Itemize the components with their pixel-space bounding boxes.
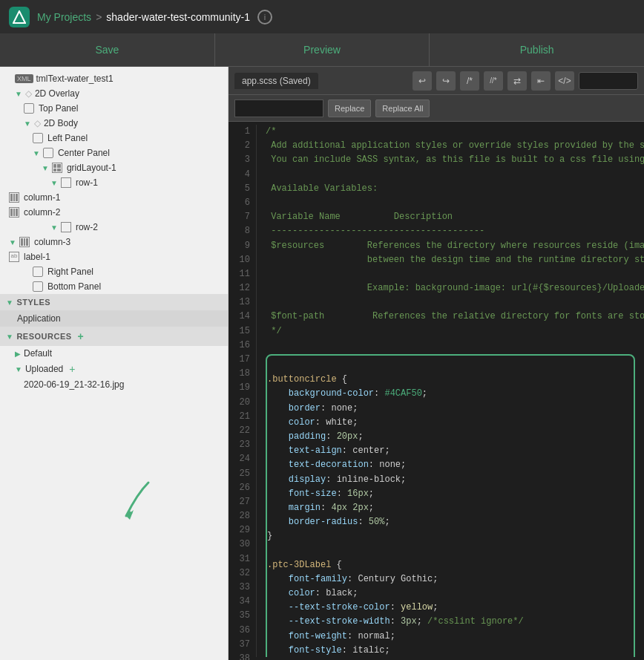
breadcrumb-separator: > — [96, 11, 102, 23]
indent-button[interactable]: ⇤ — [531, 71, 551, 91]
redo-button[interactable]: ↪ — [436, 71, 456, 91]
top-bar: My Projects > shader-water-test-communit… — [0, 0, 644, 33]
tree-item-column1[interactable]: column-1 — [0, 190, 228, 205]
chevron-down-icon — [33, 149, 40, 157]
panel-icon — [33, 133, 43, 143]
chevron-down-icon — [6, 333, 13, 341]
tab-save[interactable]: Save — [0, 33, 215, 66]
code-editor[interactable]: 12345 678910 1112131415 1617 1819202122 … — [229, 122, 644, 660]
tree-item-image[interactable]: 2020-06-19_21-32-16.jpg — [0, 377, 228, 392]
chevron-down-icon — [24, 120, 31, 128]
svg-marker-0 — [13, 11, 25, 23]
tree-item-column2[interactable]: column-2 — [0, 205, 228, 220]
chevron-down-icon — [42, 164, 49, 172]
xml-icon: XML — [15, 74, 33, 83]
line-numbers: 12345 678910 1112131415 1617 1819202122 … — [229, 125, 257, 657]
search-panel-input[interactable] — [579, 72, 638, 90]
tree-item-2d-body[interactable]: ◇ 2D Body — [0, 116, 228, 131]
tree-item-column3[interactable]: column-3 — [0, 235, 228, 249]
panel-icon — [33, 267, 43, 277]
format-button[interactable]: ⇄ — [507, 71, 527, 91]
tree-item-label1[interactable]: ab label-1 — [0, 249, 228, 264]
chevron-down-icon — [15, 90, 22, 98]
file-tab[interactable]: app.scss (Saved) — [234, 73, 318, 89]
panel-icon — [24, 103, 34, 114]
search-bar: Replace Replace All — [229, 95, 644, 122]
breadcrumb: My Projects > shader-water-test-communit… — [37, 11, 250, 23]
tree-item-center-panel[interactable]: Center Panel — [0, 146, 228, 160]
replace-button[interactable]: Replace — [328, 99, 371, 117]
tab-preview[interactable]: Preview — [215, 33, 430, 66]
panel-icon — [33, 281, 43, 292]
tree-item-right-panel[interactable]: Right Panel — [0, 264, 228, 279]
grid-icon — [52, 163, 62, 173]
left-panel: XML tmlText-water_test1 ◇ 2D Overlay Top… — [0, 67, 229, 660]
project-name: shader-water-test-community-1 — [106, 11, 250, 23]
code-button[interactable]: </> — [555, 71, 574, 91]
tree-item-bottom-panel[interactable]: Bottom Panel — [0, 279, 228, 294]
tree-item-row2[interactable]: row-2 — [0, 220, 228, 235]
tab-bar: Save Preview Publish — [0, 33, 644, 67]
logo-icon — [9, 7, 30, 27]
code-content[interactable]: /* Add additional application styles or … — [257, 125, 644, 657]
chevron-down-icon — [50, 223, 58, 232]
undo-button[interactable]: ↩ — [413, 71, 432, 91]
col-icon — [9, 207, 19, 218]
col-icon — [9, 192, 19, 203]
line-comment-button[interactable]: //* — [484, 71, 503, 91]
tree-item-gridlayout[interactable]: gridLayout-1 — [0, 160, 228, 175]
tree-item-default[interactable]: Default — [0, 346, 228, 361]
application-item[interactable]: Application — [0, 310, 228, 327]
chevron-down-icon — [6, 298, 13, 307]
chevron-down-icon — [50, 179, 58, 187]
tree-item-2d-overlay[interactable]: ◇ 2D Overlay — [0, 86, 228, 101]
main-layout: XML tmlText-water_test1 ◇ 2D Overlay Top… — [0, 67, 644, 660]
styles-section-header[interactable]: STYLES — [0, 294, 228, 310]
resources-section-header[interactable]: RESOURCES + — [0, 327, 228, 346]
tree-item-row1[interactable]: row-1 — [0, 175, 228, 190]
add-resource-icon[interactable]: + — [78, 330, 85, 342]
my-projects-link[interactable]: My Projects — [37, 11, 91, 23]
add-uploaded-icon[interactable]: + — [69, 363, 75, 375]
tab-publish[interactable]: Publish — [430, 33, 644, 66]
panel-icon — [43, 148, 53, 158]
tree-item-tmltext[interactable]: XML tmlText-water_test1 — [0, 71, 228, 86]
editor-panel: app.scss (Saved) ↩ ↪ /* //* ⇄ ⇤ </> Repl… — [229, 67, 644, 660]
tree-item-uploaded[interactable]: Uploaded + — [0, 361, 228, 377]
chevron-down-icon — [15, 365, 22, 373]
find-input[interactable] — [234, 99, 323, 117]
col-icon — [19, 237, 30, 247]
info-icon[interactable]: i — [257, 10, 272, 24]
replace-all-button[interactable]: Replace All — [375, 99, 430, 117]
tree-item-left-panel[interactable]: Left Panel — [0, 131, 228, 146]
chevron-down-icon — [9, 238, 16, 246]
tree-item-top-panel[interactable]: Top Panel — [0, 101, 228, 116]
block-comment-button[interactable]: /* — [460, 71, 479, 91]
editor-toolbar: app.scss (Saved) ↩ ↪ /* //* ⇄ ⇤ </> — [229, 67, 644, 95]
chevron-right-icon — [15, 350, 21, 358]
